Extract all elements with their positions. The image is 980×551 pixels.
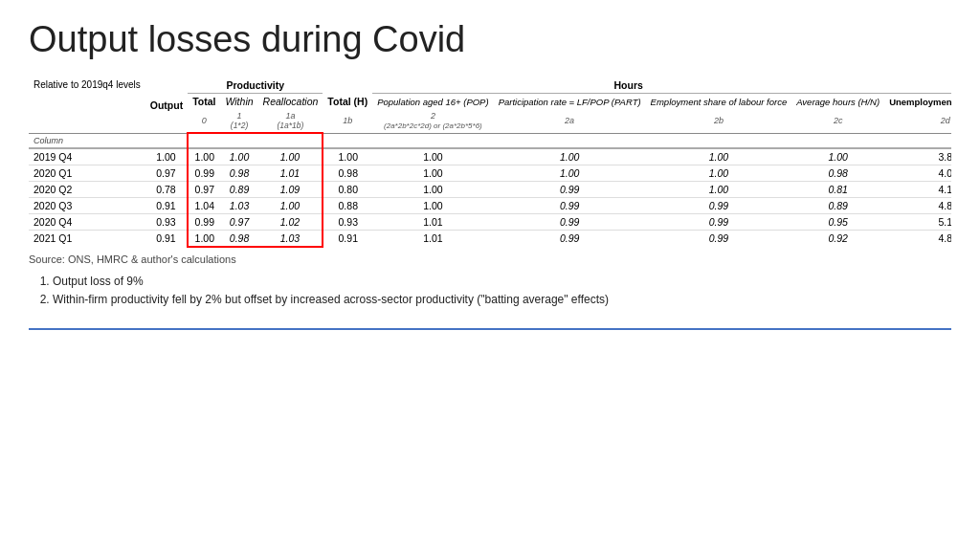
cell-avg-hours: 0.89 <box>791 197 884 213</box>
table-row: 2019 Q4 1.00 1.00 1.00 1.00 1.00 1.00 1.… <box>29 148 951 165</box>
cell-within: 1.00 <box>220 148 257 165</box>
colnum-2a: 2a <box>494 109 646 133</box>
cell-reallocation: 1.03 <box>258 230 323 247</box>
cell-avg-hours: 1.00 <box>791 148 884 165</box>
cell-total-h: 0.91 <box>323 230 372 247</box>
source-note: Source: ONS, HMRC & author's calculation… <box>29 253 951 265</box>
cell-period: 2019 Q4 <box>29 148 145 165</box>
cell-reallocation: 1.01 <box>258 165 323 181</box>
cell-emp-share: 1.00 <box>646 165 792 181</box>
colnum-2: 2 (2a*2b*2c*2d) or (2a*2b*5*6) <box>372 109 493 133</box>
cell-total: 1.04 <box>188 197 220 213</box>
col-total-header: Total <box>188 94 220 110</box>
cell-unemp: 5.1 <box>884 213 951 230</box>
cell-total: 0.99 <box>188 165 220 181</box>
cell-period: 2020 Q3 <box>29 197 145 213</box>
cell-output: 0.91 <box>145 197 188 213</box>
footnote-item: Within-firm productivity fell by 2% but … <box>53 291 951 309</box>
cell-unemp: 3.8 <box>884 148 951 165</box>
cell-part: 1.00 <box>494 148 646 165</box>
cell-total-h: 0.98 <box>323 165 372 181</box>
col-within-header: Within <box>220 94 257 110</box>
cell-unemp: 4.0 <box>884 165 951 181</box>
cell-reallocation: 1.00 <box>258 197 323 213</box>
col-unemp-header: Unemployment rate, % (u) <box>884 94 951 110</box>
cell-total: 0.99 <box>188 213 220 230</box>
cell-reallocation: 1.02 <box>258 213 323 230</box>
cell-part: 0.99 <box>494 181 646 197</box>
page-title: Output losses during Covid <box>29 19 951 60</box>
cell-within: 0.89 <box>220 181 257 197</box>
col-part-header: Participation rate = LF/POP (PART) <box>494 94 646 110</box>
colnum-1: 1 (1*2) <box>220 109 257 133</box>
cell-pop: 1.00 <box>372 165 493 181</box>
cell-emp-share: 0.99 <box>646 197 792 213</box>
cell-pop: 1.00 <box>372 197 493 213</box>
colnum-2b: 2b <box>646 109 792 133</box>
cell-output: 0.93 <box>145 213 188 230</box>
cell-output: 0.78 <box>145 181 188 197</box>
cell-within: 0.97 <box>220 213 257 230</box>
table-row: 2020 Q4 0.93 0.99 0.97 1.02 0.93 1.01 0.… <box>29 213 951 230</box>
table-row: 2020 Q3 0.91 1.04 1.03 1.00 0.88 1.00 0.… <box>29 197 951 213</box>
cell-unemp: 4.1 <box>884 181 951 197</box>
cell-emp-share: 1.00 <box>646 148 792 165</box>
cell-output: 0.97 <box>145 165 188 181</box>
productivity-group-header: Productivity <box>188 77 323 94</box>
cell-unemp: 4.8 <box>884 230 951 247</box>
cell-emp-share: 1.00 <box>646 181 792 197</box>
hours-group-header: Hours <box>372 77 884 94</box>
cell-within: 1.03 <box>220 197 257 213</box>
footnotes-section: Output loss of 9%Within-firm productivit… <box>29 273 951 309</box>
data-table: Relative to 2019q4 levels Output Product… <box>29 77 951 248</box>
col-pop-header: Population aged 16+ (POP) <box>372 94 493 110</box>
cell-pop: 1.00 <box>372 148 493 165</box>
col-total-h-header: Total (H) <box>323 77 372 109</box>
table-row: 2020 Q1 0.97 0.99 0.98 1.01 0.98 1.00 1.… <box>29 165 951 181</box>
cell-total-h: 1.00 <box>323 148 372 165</box>
cell-part: 0.99 <box>494 213 646 230</box>
table-row: 2020 Q2 0.78 0.97 0.89 1.09 0.80 1.00 0.… <box>29 181 951 197</box>
cell-unemp: 4.8 <box>884 197 951 213</box>
colnum-2c: 2c <box>791 109 884 133</box>
cell-within: 0.98 <box>220 165 257 181</box>
cell-part: 0.99 <box>494 230 646 247</box>
col-avg-hours-header: Average hours (H/N) <box>791 94 884 110</box>
footnote-item: Output loss of 9% <box>53 273 951 291</box>
col-output-header: Output <box>145 77 188 133</box>
table-row: 2021 Q1 0.91 1.00 0.98 1.03 0.91 1.01 0.… <box>29 230 951 247</box>
cell-total-h: 0.80 <box>323 181 372 197</box>
colnum-2d: 2d <box>884 109 951 133</box>
cell-part: 1.00 <box>494 165 646 181</box>
cell-output: 0.91 <box>145 230 188 247</box>
cell-within: 0.98 <box>220 230 257 247</box>
colnum-0: 0 <box>188 109 220 133</box>
cell-avg-hours: 0.92 <box>791 230 884 247</box>
cell-avg-hours: 0.95 <box>791 213 884 230</box>
col-relative-header: Relative to 2019q4 levels <box>29 77 145 133</box>
cell-avg-hours: 0.81 <box>791 181 884 197</box>
cell-period: 2020 Q1 <box>29 165 145 181</box>
cell-reallocation: 1.09 <box>258 181 323 197</box>
cell-part: 0.99 <box>494 197 646 213</box>
cell-total-h: 0.88 <box>323 197 372 213</box>
colnum-1a: 1a (1a*1b) <box>258 109 323 133</box>
cell-total: 0.97 <box>188 181 220 197</box>
cell-pop: 1.01 <box>372 213 493 230</box>
column-label: Column <box>29 133 145 148</box>
cell-pop: 1.01 <box>372 230 493 247</box>
cell-period: 2020 Q2 <box>29 181 145 197</box>
col-emp-share-header: Employment share of labour force <box>646 94 792 110</box>
cell-output: 1.00 <box>145 148 188 165</box>
cell-total: 1.00 <box>188 230 220 247</box>
cell-pop: 1.00 <box>372 181 493 197</box>
cell-emp-share: 0.99 <box>646 230 792 247</box>
cell-period: 2020 Q4 <box>29 213 145 230</box>
cell-avg-hours: 0.98 <box>791 165 884 181</box>
bottom-divider <box>29 328 951 330</box>
cell-total-h: 0.93 <box>323 213 372 230</box>
col-reallocation-header: Reallocation <box>258 94 323 110</box>
cell-total: 1.00 <box>188 148 220 165</box>
colnum-1b: 1b <box>323 109 372 133</box>
memo-group-header: Memo <box>884 77 951 94</box>
